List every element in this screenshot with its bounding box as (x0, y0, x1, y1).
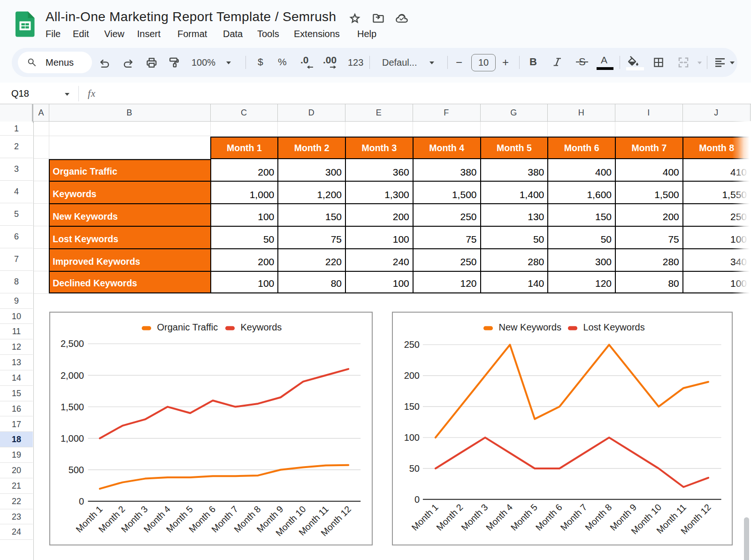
svg-text:500: 500 (68, 464, 84, 475)
svg-text:Keywords: Keywords (240, 322, 282, 332)
svg-text:50: 50 (409, 463, 420, 474)
svg-text:0: 0 (78, 496, 84, 506)
svg-text:100: 100 (404, 432, 420, 443)
svg-text:Month 7: Month 7 (558, 502, 589, 532)
svg-text:1,500: 1,500 (60, 401, 84, 412)
svg-text:1,000: 1,000 (60, 433, 84, 443)
svg-text:Month 6: Month 6 (533, 502, 564, 532)
svg-text:Month 8: Month 8 (583, 502, 613, 532)
svg-text:New Keywords: New Keywords (499, 322, 561, 332)
svg-text:Lost Keywords: Lost Keywords (583, 322, 645, 332)
svg-text:Month 3: Month 3 (459, 502, 490, 532)
svg-text:2,500: 2,500 (60, 338, 84, 349)
svg-text:Month 1: Month 1 (409, 502, 440, 532)
svg-text:2,000: 2,000 (60, 370, 84, 380)
svg-text:Month 2: Month 2 (434, 502, 465, 532)
svg-text:200: 200 (404, 370, 420, 381)
svg-text:Month 4: Month 4 (484, 502, 514, 532)
svg-text:0: 0 (414, 494, 420, 504)
svg-text:Organic Traffic: Organic Traffic (157, 322, 218, 332)
svg-text:150: 150 (404, 401, 420, 412)
svg-text:Month 5: Month 5 (509, 502, 539, 532)
svg-text:250: 250 (404, 339, 420, 350)
